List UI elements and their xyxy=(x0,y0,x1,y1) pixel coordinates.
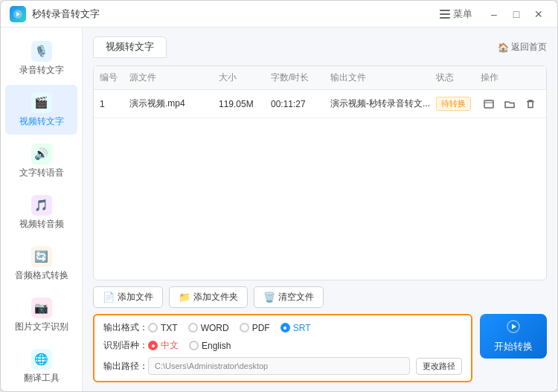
format-label: 输出格式： xyxy=(103,321,148,334)
menu-label: 菜单 xyxy=(453,7,472,21)
col-duration: 字数/时长 xyxy=(271,71,330,84)
bottom-toolbar: 📄 添加文件 📁 添加文件夹 🗑️ 清空文件 xyxy=(93,286,547,308)
start-icon xyxy=(506,319,521,338)
home-link[interactable]: 🏠 返回首页 xyxy=(498,41,547,54)
close-button[interactable]: ✕ xyxy=(529,7,548,22)
app-title: 秒转录音转文字 xyxy=(32,7,440,21)
lang-chinese-label: 中文 xyxy=(161,339,179,352)
format-pdf[interactable]: PDF xyxy=(240,323,270,333)
lang-row: 识别语种： 中文 English xyxy=(103,339,462,352)
table-body: 1 演示视频.mp4 119.05M 00:11:27 演示视频-秒转录音转文.… xyxy=(94,90,546,280)
col-output: 输出文件 xyxy=(330,71,436,84)
delete-icon[interactable] xyxy=(522,96,539,112)
svg-rect-4 xyxy=(484,100,493,108)
sidebar-label-translate: 翻译工具 xyxy=(24,373,60,384)
radio-chinese-circle xyxy=(148,341,158,350)
add-file-icon: 📄 xyxy=(103,292,115,303)
app-logo xyxy=(10,6,26,22)
format-srt-label: SRT xyxy=(293,323,311,333)
sidebar-label-audio-to-text: 录音转文字 xyxy=(19,65,64,76)
col-action: 操作 xyxy=(481,71,540,84)
format-radio-group: TXT WORD PDF xyxy=(148,323,310,333)
path-input[interactable] xyxy=(148,357,410,375)
path-label: 输出路径： xyxy=(103,360,148,373)
sidebar-label-text-to-speech: 文字转语音 xyxy=(19,167,64,179)
sidebar-item-image-text[interactable]: 📷 图片文字识别 xyxy=(5,290,77,340)
folder-icon[interactable] xyxy=(501,96,518,112)
sidebar-label-image-text: 图片文字识别 xyxy=(15,321,68,332)
lang-radio-group: 中文 English xyxy=(148,339,231,352)
format-txt[interactable]: TXT xyxy=(148,323,178,333)
preview-icon[interactable] xyxy=(481,96,497,112)
sidebar-icon-text-to-speech: 🔊 xyxy=(31,144,52,164)
clear-label: 清空文件 xyxy=(278,291,314,303)
add-file-label: 添加文件 xyxy=(118,291,153,303)
col-size: 大小 xyxy=(219,71,271,84)
radio-word-circle xyxy=(188,323,198,332)
sidebar-icon-video-to-text: 🎬 xyxy=(31,92,52,113)
status-badge: 待转换 xyxy=(436,97,471,111)
clear-icon: 🗑️ xyxy=(263,292,275,303)
format-srt[interactable]: SRT xyxy=(280,323,311,333)
sidebar-icon-image-text: 📷 xyxy=(31,298,52,318)
format-word[interactable]: WORD xyxy=(188,323,229,333)
table-row: 1 演示视频.mp4 119.05M 00:11:27 演示视频-秒转录音转文.… xyxy=(94,90,546,118)
content-header: 视频转文字 🏠 返回首页 xyxy=(93,36,547,58)
sidebar-icon-translate: 🌐 xyxy=(31,349,52,370)
titlebar: 秒转录音转文字 菜单 – □ ✕ xyxy=(1,1,557,28)
bottom-area: 输出格式： TXT WORD xyxy=(93,314,547,382)
add-folder-button[interactable]: 📁 添加文件夹 xyxy=(169,286,248,308)
action-buttons xyxy=(481,96,540,112)
tab-video-to-text: 视频转文字 xyxy=(93,36,167,58)
row-size: 119.05M xyxy=(219,99,271,109)
sidebar-item-audio-to-text[interactable]: 🎙️ 录音转文字 xyxy=(5,33,77,83)
home-icon: 🏠 xyxy=(498,42,509,53)
svg-rect-2 xyxy=(440,13,450,15)
main-layout: 🎙️ 录音转文字 🎬 视频转文字 🔊 文字转语音 🎵 视频转音频 🔄 音频格式转… xyxy=(1,28,557,391)
svg-rect-1 xyxy=(440,10,450,11)
col-id: 编号 xyxy=(100,71,129,84)
row-id: 1 xyxy=(100,99,129,109)
settings-area: 输出格式： TXT WORD xyxy=(93,314,472,382)
start-button-label: 开始转换 xyxy=(494,340,533,353)
sidebar-label-video-to-text: 视频转文字 xyxy=(19,116,64,127)
row-actions xyxy=(481,96,540,112)
sidebar-item-video-to-audio[interactable]: 🎵 视频转音频 xyxy=(5,187,77,237)
content-area: 视频转文字 🏠 返回首页 编号 源文件 大小 字数/时长 输出文件 状态 操作 xyxy=(83,28,557,391)
change-path-button[interactable]: 更改路径 xyxy=(416,358,462,375)
table-header: 编号 源文件 大小 字数/时长 输出文件 状态 操作 xyxy=(94,66,546,90)
radio-txt-circle xyxy=(148,323,158,332)
row-duration: 00:11:27 xyxy=(271,99,330,109)
format-pdf-label: PDF xyxy=(252,323,270,333)
add-file-button[interactable]: 📄 添加文件 xyxy=(93,286,163,308)
row-status: 待转换 xyxy=(436,97,481,111)
lang-chinese[interactable]: 中文 xyxy=(148,339,179,352)
path-row: 输出路径： 更改路径 xyxy=(103,357,462,375)
menu-button[interactable]: 菜单 xyxy=(440,7,472,21)
maximize-button[interactable]: □ xyxy=(507,7,526,22)
sidebar-label-video-to-audio: 视频转音频 xyxy=(19,219,64,230)
add-folder-label: 添加文件夹 xyxy=(193,291,238,303)
minimize-button[interactable]: – xyxy=(484,7,504,22)
radio-srt-circle xyxy=(280,323,290,332)
sidebar-item-video-to-text[interactable]: 🎬 视频转文字 xyxy=(5,85,77,135)
sidebar: 🎙️ 录音转文字 🎬 视频转文字 🔊 文字转语音 🎵 视频转音频 🔄 音频格式转… xyxy=(1,28,83,391)
sidebar-label-audio-format: 音频格式转换 xyxy=(15,270,68,281)
radio-pdf-circle xyxy=(240,323,249,332)
sidebar-icon-audio-format: 🔄 xyxy=(31,246,52,267)
file-table: 编号 源文件 大小 字数/时长 输出文件 状态 操作 1 演示视频.mp4 11… xyxy=(93,65,547,280)
lang-label: 识别语种： xyxy=(103,339,148,352)
row-source: 演示视频.mp4 xyxy=(129,97,219,110)
clear-files-button[interactable]: 🗑️ 清空文件 xyxy=(254,286,324,308)
sidebar-item-audio-format[interactable]: 🔄 音频格式转换 xyxy=(5,239,77,289)
titlebar-controls: 菜单 – □ ✕ xyxy=(440,7,548,22)
format-txt-label: TXT xyxy=(161,323,178,333)
lang-english[interactable]: English xyxy=(189,341,231,351)
sidebar-item-translate[interactable]: 🌐 翻译工具 xyxy=(5,341,77,391)
svg-rect-3 xyxy=(440,17,450,19)
row-output: 演示视频-秒转录音转文... xyxy=(330,97,436,110)
col-status: 状态 xyxy=(436,71,481,84)
col-source: 源文件 xyxy=(129,71,219,84)
start-convert-button[interactable]: 开始转换 xyxy=(480,314,547,359)
sidebar-item-text-to-speech[interactable]: 🔊 文字转语音 xyxy=(5,136,77,186)
